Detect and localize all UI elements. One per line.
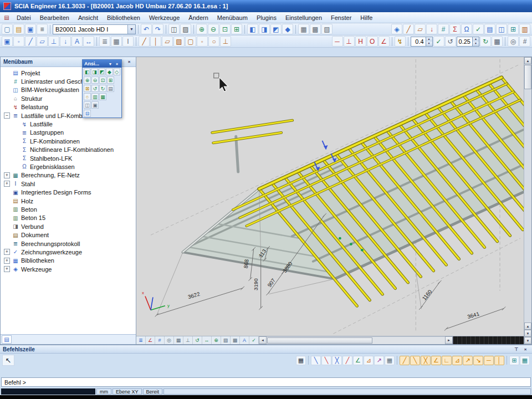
chevron-down-icon[interactable]: ▼ bbox=[108, 62, 113, 66]
redo-button[interactable]: ↷ bbox=[152, 24, 163, 34]
line-mode-7-button[interactable]: ↗ bbox=[463, 356, 473, 365]
tree-item-bibliotheken[interactable]: +▦Bibliotheken bbox=[3, 257, 136, 265]
menu-ändern[interactable]: Ändern bbox=[184, 13, 212, 22]
vscroll-thumb[interactable] bbox=[524, 65, 531, 89]
vp-snap-button[interactable]: ◎ bbox=[165, 336, 174, 344]
tree-expander-plus-icon[interactable]: + bbox=[4, 181, 10, 187]
spin-down-icon[interactable]: ▼ bbox=[473, 42, 479, 46]
column-tool-button[interactable]: │ bbox=[150, 36, 161, 47]
opening-tool-button[interactable]: ▢ bbox=[185, 36, 196, 47]
numeric-keypad-button[interactable]: ▦ bbox=[296, 356, 306, 365]
tree-item-berechnung-fe-netz[interactable]: +▦Berechnung, FE-Netz bbox=[3, 171, 136, 180]
spin-down-icon[interactable]: ▼ bbox=[426, 42, 432, 46]
vertical-scrollbar[interactable]: ▲ ▲ ▼ ▼ bbox=[524, 57, 531, 344]
hinge-tool-button[interactable]: ○ bbox=[208, 36, 219, 47]
snap-point-button[interactable]: ↗ bbox=[374, 356, 384, 365]
copy-button[interactable]: ◫ bbox=[168, 24, 180, 34]
pal-wireframe-button[interactable]: ◫ bbox=[84, 101, 91, 109]
snap-intersection-button[interactable]: ╳ bbox=[332, 356, 342, 365]
view-top-button[interactable]: ◧ bbox=[247, 24, 258, 34]
pal-zoom-in-button[interactable]: ⊕ bbox=[84, 76, 91, 84]
status-plane[interactable]: Ebene XY bbox=[112, 388, 142, 395]
scale-apply-button[interactable]: ✓ bbox=[433, 36, 444, 47]
image-gallery-button[interactable]: ◫ bbox=[496, 24, 507, 34]
line-grid-button[interactable]: ─ bbox=[332, 36, 343, 47]
vscroll-page-up-icon[interactable]: ▲ bbox=[524, 323, 531, 330]
tree-item-stahl[interactable]: +ΙStahl bbox=[3, 180, 136, 188]
menu-bibliotheken[interactable]: Bibliotheken bbox=[103, 13, 145, 22]
menu-tree-tab[interactable]: ▤ bbox=[2, 335, 12, 344]
pal-view-settings-button[interactable]: ⊟ bbox=[84, 110, 91, 117]
selection-pointer-button[interactable]: ↖ bbox=[2, 355, 14, 366]
pal-view-axo-button[interactable]: ◆ bbox=[106, 68, 112, 75]
tree-expander-plus-icon[interactable]: + bbox=[4, 266, 10, 272]
wireframe-button[interactable]: ▦ bbox=[298, 24, 309, 34]
tree-item-dokument[interactable]: ▤Dokument bbox=[3, 231, 136, 239]
menu-ansicht[interactable]: Ansicht bbox=[74, 13, 103, 22]
horizontal-scrollbar[interactable] bbox=[267, 336, 445, 344]
vp-grid-button[interactable]: ▦ bbox=[174, 336, 183, 344]
tree-expander-plus-icon[interactable]: + bbox=[4, 249, 10, 255]
line-mode-9-button[interactable]: ─ bbox=[484, 356, 494, 365]
steel-check-button[interactable]: ✓ bbox=[473, 24, 484, 34]
select-members-button[interactable]: ╱ bbox=[25, 36, 36, 47]
tree-expander-minus-icon[interactable]: − bbox=[4, 112, 10, 119]
close-icon[interactable]: × bbox=[125, 58, 133, 65]
hscroll-thumb[interactable] bbox=[267, 337, 372, 344]
scale-reset-button[interactable]: ↺ bbox=[445, 36, 456, 47]
snap-arc-button[interactable]: ⊿ bbox=[364, 356, 374, 365]
view-axonometric-button[interactable]: ◆ bbox=[282, 24, 293, 34]
menu-datei[interactable]: Datei bbox=[12, 13, 35, 22]
tree-item-lastfälle[interactable]: ↯Lastfälle bbox=[3, 120, 136, 128]
tree-item-berechnungsprotokoll[interactable]: ≣Berechnungsprotokoll bbox=[3, 239, 136, 248]
viewport-3d-scene[interactable]: 36229073880319086811311603641 x y bbox=[136, 57, 524, 336]
engineering-report-button[interactable]: ▥ bbox=[519, 24, 530, 34]
tree-item-beton[interactable]: ▥Beton bbox=[3, 205, 136, 213]
slab-tool-button[interactable]: ▱ bbox=[162, 36, 173, 47]
pal-print-view-button[interactable]: ▤ bbox=[107, 85, 114, 92]
pal-view-top-button[interactable]: ◧ bbox=[84, 68, 90, 75]
tree-item-zeichnungswerkzeuge[interactable]: +✓Zeichnungswerkzeuge bbox=[3, 248, 136, 256]
pal-zoom-out-button[interactable]: ⊖ bbox=[91, 76, 99, 84]
document-window-icon[interactable]: ▤ bbox=[3, 14, 11, 21]
tree-item-beton-15[interactable]: ▥Beton 15 bbox=[3, 214, 136, 222]
zoom-in-button[interactable]: ⊕ bbox=[196, 24, 207, 34]
pal-rotate-right-button[interactable]: ↻ bbox=[99, 85, 106, 92]
menu-einstellungen[interactable]: Einstellungen bbox=[281, 13, 326, 22]
select-slabs-button[interactable]: ▱ bbox=[37, 36, 48, 47]
fe-mesh-button[interactable]: # bbox=[438, 24, 449, 34]
bim-tools-button[interactable]: ◈ bbox=[391, 24, 402, 34]
pin-icon[interactable]: ⊤ bbox=[513, 346, 520, 353]
pal-render-options-button[interactable]: ▦ bbox=[99, 93, 106, 100]
table-results-button[interactable]: ⊞ bbox=[508, 24, 519, 34]
pal-rotate-left-button[interactable]: ↺ bbox=[91, 85, 99, 92]
new-project-button[interactable]: ▢ bbox=[2, 24, 13, 34]
spin-up-icon[interactable]: ▲ bbox=[473, 37, 479, 42]
line-mode-1-button[interactable]: ╱ bbox=[400, 356, 410, 365]
pal-view-side-button[interactable]: ◩ bbox=[99, 68, 105, 75]
coordinate-input-button[interactable]: # bbox=[519, 36, 530, 47]
tree-item-verbund[interactable]: ◨Verbund bbox=[3, 222, 136, 231]
filter-materials-button[interactable]: ▦ bbox=[111, 36, 122, 47]
select-nodes-button[interactable]: ◦ bbox=[13, 36, 24, 47]
pal-view-front-button[interactable]: ◨ bbox=[91, 68, 98, 75]
pal-view-persp-button[interactable]: ◇ bbox=[114, 68, 120, 75]
tree-expander-plus-icon[interactable]: + bbox=[4, 258, 10, 264]
close-icon[interactable]: × bbox=[114, 62, 120, 66]
snap-midpoint-button[interactable]: ╲ bbox=[321, 356, 331, 365]
pal-light-button[interactable]: ○ bbox=[84, 93, 91, 100]
vscroll-track[interactable] bbox=[524, 90, 531, 323]
pal-zoom-all-button[interactable]: ⊞ bbox=[107, 76, 114, 84]
paste-button[interactable]: ▨ bbox=[180, 24, 191, 34]
tree-item-stahlbeton-lfk[interactable]: ΣStahlbeton-LFK bbox=[3, 154, 136, 162]
hscroll-left-arrow-icon[interactable]: ◄ bbox=[259, 336, 267, 344]
line-mode-2-button[interactable]: ╲ bbox=[410, 356, 420, 365]
tree-item-integriertes-design-forms[interactable]: ▣Integriertes Design Forms bbox=[3, 188, 136, 196]
menu-fenster[interactable]: Fenster bbox=[326, 13, 356, 22]
filter-cross-sections-button[interactable]: Ι bbox=[122, 36, 134, 47]
animation-bar[interactable] bbox=[453, 336, 524, 344]
member-scale[interactable]: 0.4▲▼ bbox=[411, 37, 433, 47]
support-tool-button[interactable]: ⊥ bbox=[220, 36, 231, 47]
tree-item-lf-kombinationen[interactable]: ΣLF-Kombinationen bbox=[3, 137, 136, 145]
snap-orthogonal-button[interactable]: ╱ bbox=[342, 356, 352, 365]
